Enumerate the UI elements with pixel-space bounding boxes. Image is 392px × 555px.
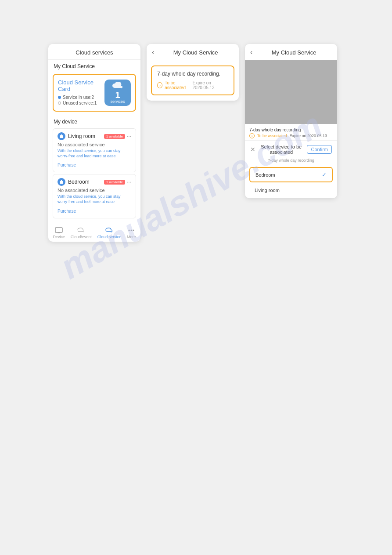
modal-title: Select device to be associated bbox=[255, 144, 307, 155]
modal-close-button[interactable]: ✕ bbox=[250, 146, 255, 153]
screens-container: Cloud services My Cloud Service Cloud Se… bbox=[0, 0, 392, 250]
service-in-use-row: Service in use:2 bbox=[58, 95, 104, 100]
expire-text: Expire on 2020.05.13 bbox=[193, 80, 228, 90]
video-area bbox=[245, 60, 337, 124]
available-badge-bedroom: 1 available bbox=[104, 180, 125, 185]
device-name-row: Living room bbox=[58, 132, 95, 140]
screen2-title: My Cloud Service bbox=[158, 49, 234, 56]
nav-item-cloud-event[interactable]: Cloud/event bbox=[71, 227, 92, 239]
svg-rect-0 bbox=[60, 135, 63, 138]
cloud-services-label: services bbox=[110, 99, 125, 104]
service-card-row: ○ To be associated Expire on 2020.05.13 bbox=[157, 80, 228, 90]
device-option-bedroom[interactable]: Bedroom ✓ bbox=[249, 167, 333, 182]
purchase-btn-living[interactable]: Purchase bbox=[58, 163, 76, 167]
cloud-shape-icon bbox=[111, 82, 124, 90]
unused-service-row: Unused service:1 bbox=[58, 101, 104, 105]
unused-service-text: Unused service:1 bbox=[63, 101, 97, 105]
device-header-bedroom: Bedroom 1 available ··· bbox=[58, 178, 131, 186]
bedroom-option-label: Bedroom bbox=[255, 172, 275, 178]
available-badge-living: 1 available bbox=[104, 134, 125, 139]
screen-select-device: ‹ My Cloud Service 7-day whole day recor… bbox=[245, 44, 337, 198]
svg-marker-1 bbox=[61, 134, 62, 135]
screen3-title: My Cloud Service bbox=[256, 49, 332, 56]
screen1-header: Cloud services bbox=[48, 44, 140, 60]
svg-point-8 bbox=[133, 229, 134, 231]
modal-subtitle: 7-day whole day recording bbox=[245, 158, 337, 165]
select-device-modal: ✕ Select device to be associated Confirm… bbox=[245, 140, 337, 196]
dot-empty-icon bbox=[58, 102, 61, 105]
dot-blue-icon bbox=[58, 96, 61, 99]
service-desc-bedroom: With the cloud service, you can stay wor… bbox=[58, 194, 131, 204]
device-option-living[interactable]: Living room bbox=[249, 184, 333, 196]
svg-marker-3 bbox=[61, 180, 62, 181]
to-be-assoc-text: To be associated bbox=[165, 80, 192, 90]
more-nav-icon bbox=[127, 227, 136, 234]
to-be-assoc-small: To be associated bbox=[257, 134, 287, 138]
svg-rect-5 bbox=[58, 232, 60, 233]
cloud-card-info: Cloud Service Card Service in use:2 Unus… bbox=[58, 79, 104, 106]
cloud-service-nav-icon bbox=[105, 227, 114, 234]
nav-item-device[interactable]: Device bbox=[53, 227, 65, 239]
more-dots-living[interactable]: ··· bbox=[127, 133, 131, 139]
living-option-label: Living room bbox=[255, 188, 280, 193]
svg-point-6 bbox=[129, 229, 130, 231]
video-service-status-row: ○ To be associated Expire on 2020.05.13 bbox=[249, 133, 327, 138]
svg-point-7 bbox=[131, 229, 132, 231]
card-title: Cloud Service Card bbox=[58, 79, 104, 92]
cloud-service-card[interactable]: Cloud Service Card Service in use:2 Unus… bbox=[53, 74, 136, 112]
video-service-name: 7-day whole day recording bbox=[249, 127, 327, 132]
cloud-count: 1 bbox=[115, 91, 120, 99]
device-item-living-room: Living room 1 available ··· No associate… bbox=[53, 128, 136, 172]
modal-header-row: ✕ Select device to be associated Confirm bbox=[245, 141, 337, 158]
purchase-btn-bedroom[interactable]: Purchase bbox=[58, 209, 76, 214]
svg-rect-2 bbox=[60, 181, 63, 184]
device-nav-icon bbox=[54, 227, 63, 234]
back-arrow-screen2[interactable]: ‹ bbox=[152, 48, 154, 56]
service-card-item[interactable]: 7-day whole day recording. ○ To be assoc… bbox=[151, 65, 234, 95]
no-service-text-bedroom: No associated service bbox=[58, 188, 131, 193]
nav-label-more: More bbox=[127, 235, 136, 239]
screen-my-cloud-service: ‹ My Cloud Service 7-day whole day recor… bbox=[147, 44, 239, 101]
expire-small: Expire on 2020.05.13 bbox=[290, 134, 327, 138]
device-header-living: Living room 1 available ··· bbox=[58, 132, 131, 140]
nav-label-cloud-event: Cloud/event bbox=[71, 235, 92, 239]
device-camera-icon bbox=[58, 132, 65, 140]
device-name-row-bedroom: Bedroom bbox=[58, 178, 90, 186]
service-in-use-text: Service in use:2 bbox=[63, 95, 94, 100]
nav-label-cloud-service: Cloud service bbox=[97, 235, 122, 239]
video-service-bar: 7-day whole day recording ○ To be associ… bbox=[245, 124, 337, 140]
service-desc-living: With the cloud service, you can stay wor… bbox=[58, 149, 131, 159]
screen2-header: ‹ My Cloud Service bbox=[147, 44, 239, 60]
device-name-living: Living room bbox=[68, 133, 95, 139]
nav-item-cloud-service[interactable]: Cloud service bbox=[97, 227, 122, 239]
service-card-name: 7-day whole day recording. bbox=[157, 71, 228, 77]
orange-dot-icon: ○ bbox=[249, 133, 255, 138]
status-badge-row: ○ To be associated bbox=[157, 80, 193, 90]
screen-cloud-services: Cloud services My Cloud Service Cloud Se… bbox=[48, 44, 140, 242]
my-device-label: My device bbox=[48, 116, 140, 127]
more-dots-bedroom[interactable]: ··· bbox=[127, 179, 131, 185]
confirm-button[interactable]: Confirm bbox=[307, 145, 332, 154]
device-name-bedroom: Bedroom bbox=[68, 179, 90, 185]
nav-item-more[interactable]: More bbox=[127, 227, 136, 239]
screen3-header: ‹ My Cloud Service bbox=[245, 44, 337, 60]
no-service-text-living: No associated service bbox=[58, 142, 131, 147]
cloud-event-nav-icon bbox=[77, 227, 86, 234]
device-camera-icon-bedroom bbox=[58, 178, 65, 186]
nav-label-device: Device bbox=[53, 235, 65, 239]
device-item-bedroom: Bedroom 1 available ··· No associated se… bbox=[53, 174, 136, 218]
svg-rect-4 bbox=[55, 228, 62, 232]
my-cloud-service-label: My Cloud Service bbox=[48, 60, 140, 71]
status-icon: ○ bbox=[157, 82, 162, 88]
cloud-card-icon: 1 services bbox=[104, 80, 131, 106]
back-arrow-screen3[interactable]: ‹ bbox=[250, 48, 252, 56]
check-icon-bedroom: ✓ bbox=[322, 171, 327, 178]
bottom-nav: Device Cloud/event Cloud service bbox=[48, 223, 140, 242]
